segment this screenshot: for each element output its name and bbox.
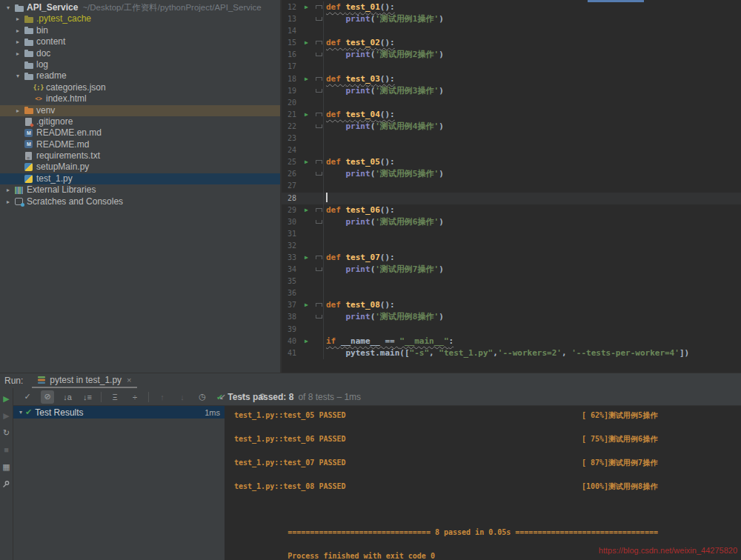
tree-item-venv[interactable]: ▸venv	[0, 105, 280, 116]
editor-line-21[interactable]: 21▶def test_04():	[282, 109, 741, 121]
chevron-right-icon[interactable]: ▸	[13, 48, 22, 59]
stop-icon[interactable]: ■	[1, 444, 12, 456]
rerun-icon[interactable]: ▶	[1, 393, 12, 404]
editor-line-40[interactable]: 40▶if __name__ == "__main__":	[282, 336, 741, 347]
tree-item-index-html[interactable]: index.html	[0, 93, 280, 104]
editor-line-37[interactable]: 37▶def test_08():	[282, 299, 741, 311]
sort-alphabetically-icon[interactable]: ↓a	[61, 390, 74, 404]
tree-item-test-1-py[interactable]: test_1.py	[0, 173, 280, 184]
chevron-down-icon[interactable]: ▾	[13, 70, 22, 81]
chevron-right-icon[interactable]: ▸	[4, 196, 13, 207]
editor-line-25[interactable]: 25▶def test_05():	[282, 156, 741, 168]
fold-marker-icon[interactable]	[316, 17, 322, 21]
editor-line-27[interactable]: 27	[282, 180, 741, 192]
previous-failed-test-icon[interactable]: ↑	[156, 390, 169, 404]
chevron-down-icon[interactable]: ▾	[4, 2, 13, 13]
tree-item-categories-json[interactable]: categories.json	[0, 82, 280, 93]
editor-line-35[interactable]: 35	[282, 276, 741, 287]
chevron-right-icon[interactable]: ▸	[13, 13, 22, 24]
run-test-icon[interactable]: ▶	[302, 1, 311, 13]
fold-marker-icon[interactable]	[316, 303, 322, 307]
run-test-icon[interactable]: ▶	[302, 252, 311, 264]
tree-item-gitignore[interactable]: .gitignore	[0, 116, 280, 127]
editor-line-14[interactable]: 14	[282, 25, 741, 37]
fold-marker-icon[interactable]	[316, 5, 322, 9]
tree-item-readme-en-md[interactable]: README.en.md	[0, 127, 280, 139]
tree-item-content[interactable]: ▸content	[0, 36, 280, 47]
tree-item-readme-md[interactable]: README.md	[0, 139, 280, 150]
editor-line-29[interactable]: 29▶def test_06():	[282, 204, 741, 216]
export-test-results-icon[interactable]: ↗	[236, 390, 249, 404]
fold-marker-icon[interactable]	[316, 89, 322, 93]
editor-line-17[interactable]: 17	[282, 61, 741, 73]
rerun-failed-tests-icon[interactable]: ▶	[1, 410, 12, 421]
pin-tab-icon[interactable]	[1, 478, 12, 490]
fold-marker-icon[interactable]	[316, 256, 322, 259]
close-icon[interactable]: ×	[127, 376, 131, 384]
chevron-down-icon[interactable]: ▾	[16, 409, 25, 416]
tree-item-external-libraries[interactable]: ▸External Libraries	[0, 184, 280, 196]
chevron-right-icon[interactable]: ▸	[13, 105, 22, 116]
chevron-right-icon[interactable]: ▸	[13, 36, 22, 47]
editor-line-20[interactable]: 20	[282, 97, 741, 109]
run-test-icon[interactable]: ▶	[302, 73, 311, 85]
sort-by-duration-icon[interactable]: ↓≡	[81, 390, 94, 404]
fold-marker-icon[interactable]	[316, 208, 322, 212]
editor-line-31[interactable]: 31	[282, 228, 741, 240]
show-passed-icon[interactable]: ✓	[21, 390, 34, 404]
chevron-right-icon[interactable]: ▸	[4, 184, 13, 196]
fold-marker-icon[interactable]	[316, 267, 322, 271]
fold-marker-icon[interactable]	[316, 53, 322, 56]
editor-line-30[interactable]: 30 print('测试用例6操作')	[282, 216, 741, 228]
editor-line-28[interactable]: 28	[282, 193, 741, 204]
settings-gear-icon[interactable]: ⚙	[256, 390, 269, 404]
tree-item-requirements-txt[interactable]: requirements.txt	[0, 150, 280, 161]
editor-line-15[interactable]: 15▶def test_02():	[282, 37, 741, 49]
run-test-icon[interactable]: ▶	[302, 336, 311, 347]
editor-line-33[interactable]: 33▶def test_07():	[282, 252, 741, 264]
show-ignored-icon[interactable]: ⊘	[41, 390, 54, 404]
editor-line-23[interactable]: 23	[282, 133, 741, 144]
fold-marker-icon[interactable]	[316, 41, 322, 44]
tree-item-pytest-cache[interactable]: ▸.pytest_cache	[0, 13, 280, 24]
collapse-all-icon[interactable]: ÷	[128, 390, 142, 404]
tree-item-doc[interactable]: ▸doc	[0, 48, 280, 59]
fold-marker-icon[interactable]	[316, 220, 322, 224]
editor-line-13[interactable]: 13 print('测试用例1操作')	[282, 13, 741, 25]
run-console[interactable]: ================================ 8 passe…	[225, 406, 741, 560]
editor-line-36[interactable]: 36	[282, 287, 741, 299]
code-editor[interactable]: 12▶def test_01():13 print('测试用例1操作')1415…	[280, 0, 741, 373]
tree-item-log[interactable]: log	[0, 59, 280, 70]
restore-layout-icon[interactable]: ▦	[1, 461, 12, 473]
editor-line-41[interactable]: 41 pytest.main(["-s", "test_1.py",'--wor…	[282, 347, 741, 359]
editor-line-24[interactable]: 24	[282, 144, 741, 156]
toggle-auto-test-icon[interactable]: ↻	[1, 427, 12, 439]
fold-marker-icon[interactable]	[316, 172, 322, 176]
editor-line-32[interactable]: 32	[282, 240, 741, 252]
editor-line-38[interactable]: 38 print('测试用例8操作')	[282, 311, 741, 323]
editor-line-18[interactable]: 18▶def test_03():	[282, 73, 741, 85]
next-failed-test-icon[interactable]: ↓	[176, 390, 189, 404]
test-history-icon[interactable]: ◷	[196, 390, 209, 404]
test-results-row[interactable]: ▾ ✔ Test Results 1ms	[13, 406, 225, 419]
run-test-icon[interactable]: ▶	[302, 299, 311, 311]
fold-marker-icon[interactable]	[316, 160, 322, 164]
run-test-icon[interactable]: ▶	[302, 109, 311, 121]
fold-marker-icon[interactable]	[316, 315, 322, 319]
chevron-right-icon[interactable]: ▸	[13, 25, 22, 36]
tree-item-api-service[interactable]: ▾API_Service~/Desktop/工作资料/pythonProject…	[0, 2, 280, 13]
tree-item-setupmain-py[interactable]: setupMain.py	[0, 161, 280, 173]
expand-all-icon[interactable]: Ξ	[108, 390, 122, 404]
fold-marker-icon[interactable]	[316, 124, 322, 128]
editor-line-16[interactable]: 16 print('测试用例2操作')	[282, 49, 741, 61]
editor-line-19[interactable]: 19 print('测试用例3操作')	[282, 85, 741, 97]
import-test-results-icon[interactable]: ↙	[216, 390, 229, 404]
editor-line-26[interactable]: 26 print('测试用例5操作')	[282, 168, 741, 180]
run-test-icon[interactable]: ▶	[302, 156, 311, 168]
run-test-icon[interactable]: ▶	[302, 204, 311, 216]
run-test-icon[interactable]: ▶	[302, 37, 311, 49]
fold-marker-icon[interactable]	[316, 113, 322, 116]
editor-line-34[interactable]: 34 print('测试用例7操作')	[282, 264, 741, 276]
editor-line-39[interactable]: 39	[282, 324, 741, 336]
fold-marker-icon[interactable]	[316, 77, 322, 81]
